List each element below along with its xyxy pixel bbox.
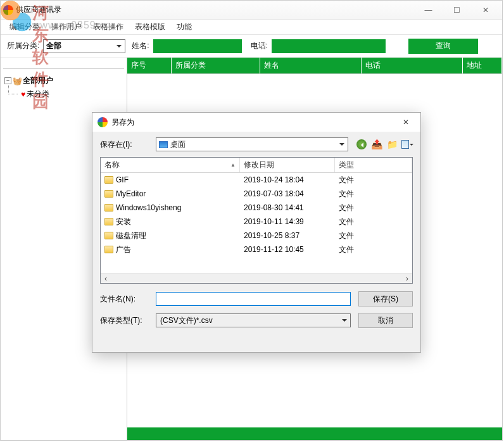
name-label: 姓名:: [132, 41, 149, 51]
category-combo[interactable]: 全部: [43, 39, 125, 53]
list-item[interactable]: GIF2019-10-24 18:04文件: [101, 173, 412, 187]
main-window: 供应商通讯录 — ☐ ✕ 编辑分类 操作用户 表格操作 表格模版 功能 所属分类…: [0, 0, 503, 441]
file-name-cell: Windows10yisheng: [101, 203, 240, 212]
file-type-cell: 文件: [335, 175, 412, 186]
tree-root-label: 全部用户: [23, 75, 53, 86]
file-name-cell: GIF: [101, 175, 240, 184]
file-date-cell: 2019-07-03 18:04: [240, 189, 335, 198]
folder-icon: [104, 176, 113, 184]
folder-icon: [104, 204, 113, 212]
query-button[interactable]: 查询: [408, 39, 478, 54]
app-icon: [3, 5, 13, 15]
tree-child[interactable]: ♥ 未分类: [3, 87, 124, 101]
menu-edit-category[interactable]: 编辑分类: [4, 20, 45, 34]
phone-input[interactable]: [272, 39, 386, 53]
dialog-close-button[interactable]: ✕: [396, 115, 415, 130]
file-date-cell: 2019-10-25 8:37: [240, 231, 335, 240]
listview-body[interactable]: GIF2019-10-24 18:04文件MyEditor2019-07-03 …: [101, 173, 412, 273]
scroll-track[interactable]: [111, 274, 402, 283]
list-item[interactable]: Windows10yisheng2019-08-30 14:41文件: [101, 201, 412, 215]
save-in-label: 保存在(I):: [100, 139, 148, 150]
lv-col-name[interactable]: 名称: [101, 158, 240, 172]
list-item[interactable]: 磁盘清理2019-10-25 8:37文件: [101, 229, 412, 243]
new-folder-button[interactable]: 📁: [386, 139, 398, 150]
file-date-cell: 2019-10-11 14:39: [240, 217, 335, 226]
filetype-combo[interactable]: (CSV文件)*.csv: [156, 313, 351, 327]
window-controls: — ☐ ✕: [414, 1, 500, 19]
view-menu-button[interactable]: [401, 139, 413, 150]
list-item[interactable]: MyEditor2019-07-03 18:04文件: [101, 187, 412, 201]
grid-header: 序号 所属分类 姓名 电话 地址: [127, 58, 502, 74]
folder-icon: [104, 218, 113, 225]
filename-row: 文件名(N): 保存(S): [100, 291, 413, 306]
close-button[interactable]: ✕: [471, 1, 500, 19]
nav-icons: 📤 📁: [356, 139, 413, 150]
file-name-cell: 广告: [101, 244, 240, 255]
file-date-cell: 2019-10-24 18:04: [240, 175, 335, 184]
menu-function[interactable]: 功能: [172, 20, 197, 34]
file-name-cell: MyEditor: [101, 189, 240, 198]
lv-col-type[interactable]: 类型: [335, 158, 412, 172]
col-name[interactable]: 姓名: [260, 58, 362, 73]
dialog-icon: [98, 117, 108, 127]
phone-label: 电话:: [251, 41, 268, 51]
back-button[interactable]: [356, 139, 367, 150]
file-name-cell: 磁盘清理: [101, 230, 240, 241]
menu-table-operate[interactable]: 表格操作: [88, 20, 129, 34]
filetype-value: (CSV文件)*.csv: [160, 315, 213, 326]
maximize-button[interactable]: ☐: [443, 1, 471, 19]
minimize-button[interactable]: —: [414, 1, 443, 19]
dialog-title: 另存为: [111, 117, 134, 128]
col-address[interactable]: 地址: [463, 58, 502, 73]
file-name: Windows10yisheng: [116, 203, 181, 212]
col-seq[interactable]: 序号: [127, 58, 172, 73]
file-type-cell: 文件: [335, 230, 412, 241]
menubar: 编辑分类 操作用户 表格操作 表格模版 功能: [1, 20, 502, 35]
col-category[interactable]: 所属分类: [172, 58, 260, 73]
scroll-right-icon[interactable]: ›: [402, 274, 412, 283]
file-date-cell: 2019-08-30 14:41: [240, 203, 335, 212]
category-value: 全部: [46, 41, 61, 51]
name-input[interactable]: [153, 39, 242, 53]
heart-icon: ♥: [21, 90, 25, 99]
menu-operate-user[interactable]: 操作用户: [46, 20, 87, 34]
new-folder-icon: 📁: [387, 139, 398, 149]
list-item[interactable]: 广告2019-11-12 10:45文件: [101, 243, 412, 256]
horizontal-scrollbar[interactable]: ‹ ›: [101, 273, 412, 283]
filename-label: 文件名(N):: [100, 294, 148, 305]
filename-input[interactable]: [156, 292, 351, 306]
category-label: 所属分类:: [7, 41, 39, 51]
dialog-bottom: 文件名(N): 保存(S) 保存类型(T): (CSV文件)*.csv 取消: [92, 284, 420, 336]
file-name: GIF: [116, 175, 129, 184]
tree-root[interactable]: − 🧺 全部用户: [3, 74, 124, 87]
location-row: 保存在(I): 桌面 📤 📁: [92, 132, 420, 157]
file-name-cell: 安装: [101, 217, 240, 227]
file-name: 磁盘清理: [116, 230, 146, 241]
menu-table-template[interactable]: 表格模版: [130, 20, 170, 34]
folder-icon: [104, 232, 113, 239]
titlebar[interactable]: 供应商通讯录 — ☐ ✕: [1, 1, 502, 20]
back-icon: [356, 139, 367, 149]
file-type-cell: 文件: [335, 244, 412, 255]
up-button[interactable]: 📤: [371, 139, 382, 150]
save-button[interactable]: 保存(S): [358, 291, 413, 306]
file-listview[interactable]: 名称 修改日期 类型 GIF2019-10-24 18:04文件MyEditor…: [100, 157, 413, 284]
col-phone[interactable]: 电话: [362, 58, 463, 73]
cancel-button[interactable]: 取消: [358, 313, 413, 328]
list-item[interactable]: 安装2019-10-11 14:39文件: [101, 215, 412, 229]
tree-child-label: 未分类: [27, 89, 49, 99]
listview-header: 名称 修改日期 类型: [101, 158, 412, 173]
dialog-titlebar[interactable]: 另存为 ✕: [92, 113, 420, 132]
filter-bar: 所属分类: 全部 姓名: 电话: 查询: [1, 35, 502, 58]
location-value: 桌面: [170, 139, 186, 150]
sidebar-divider: [3, 63, 124, 69]
file-type-cell: 文件: [335, 203, 412, 213]
folder-icon: [104, 246, 113, 253]
folder-icon: [104, 190, 113, 198]
window-title: 供应商通讯录: [16, 4, 61, 15]
location-combo[interactable]: 桌面: [156, 137, 348, 151]
scroll-left-icon[interactable]: ‹: [101, 274, 111, 283]
filetype-label: 保存类型(T):: [100, 315, 148, 326]
file-name: 广告: [116, 244, 131, 255]
lv-col-date[interactable]: 修改日期: [240, 158, 335, 172]
